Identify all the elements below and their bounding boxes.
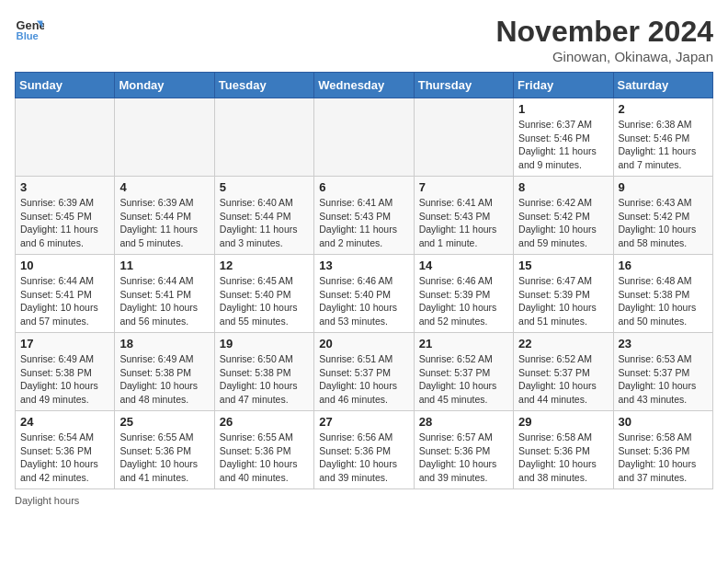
- day-info: Sunrise: 6:41 AM Sunset: 5:43 PM Dayligh…: [419, 196, 508, 250]
- calendar-cell: 15Sunrise: 6:47 AM Sunset: 5:39 PM Dayli…: [514, 255, 613, 333]
- day-number: 27: [319, 415, 408, 429]
- calendar-cell: 3Sunrise: 6:39 AM Sunset: 5:45 PM Daylig…: [16, 177, 115, 255]
- day-number: 19: [220, 337, 309, 350]
- calendar-cell: 27Sunrise: 6:56 AM Sunset: 5:36 PM Dayli…: [314, 411, 414, 489]
- calendar-cell: 19Sunrise: 6:50 AM Sunset: 5:38 PM Dayli…: [214, 333, 313, 411]
- calendar-cell: 24Sunrise: 6:54 AM Sunset: 5:36 PM Dayli…: [16, 411, 115, 489]
- calendar-cell: 22Sunrise: 6:52 AM Sunset: 5:37 PM Dayli…: [514, 333, 613, 411]
- calendar-cell: 2Sunrise: 6:38 AM Sunset: 5:46 PM Daylig…: [613, 98, 712, 177]
- day-info: Sunrise: 6:44 AM Sunset: 5:41 PM Dayligh…: [119, 274, 209, 328]
- day-info: Sunrise: 6:58 AM Sunset: 5:36 PM Dayligh…: [619, 431, 708, 485]
- day-number: 26: [220, 415, 309, 429]
- calendar-header-tuesday: Tuesday: [214, 73, 313, 98]
- day-number: 6: [319, 180, 408, 194]
- day-info: Sunrise: 6:49 AM Sunset: 5:38 PM Dayligh…: [20, 352, 109, 407]
- day-number: 2: [619, 102, 708, 116]
- day-info: Sunrise: 6:53 AM Sunset: 5:37 PM Dayligh…: [619, 352, 708, 407]
- day-number: 12: [220, 259, 309, 272]
- calendar-cell: 9Sunrise: 6:43 AM Sunset: 5:42 PM Daylig…: [613, 177, 712, 255]
- day-number: 4: [119, 180, 209, 194]
- day-info: Sunrise: 6:40 AM Sunset: 5:44 PM Dayligh…: [220, 196, 309, 250]
- day-number: 18: [119, 337, 209, 350]
- day-number: 24: [20, 415, 109, 429]
- calendar-cell: 4Sunrise: 6:39 AM Sunset: 5:44 PM Daylig…: [115, 177, 214, 255]
- calendar-cell: 7Sunrise: 6:41 AM Sunset: 5:43 PM Daylig…: [414, 177, 513, 255]
- day-info: Sunrise: 6:47 AM Sunset: 5:39 PM Dayligh…: [518, 274, 608, 328]
- day-number: 10: [20, 259, 109, 272]
- calendar-cell: 29Sunrise: 6:58 AM Sunset: 5:36 PM Dayli…: [514, 411, 613, 489]
- footer-note: Daylight hours: [15, 495, 713, 506]
- day-info: Sunrise: 6:58 AM Sunset: 5:36 PM Dayligh…: [518, 431, 608, 485]
- day-info: Sunrise: 6:55 AM Sunset: 5:36 PM Dayligh…: [220, 431, 309, 485]
- day-number: 9: [619, 180, 708, 194]
- day-info: Sunrise: 6:42 AM Sunset: 5:42 PM Dayligh…: [518, 196, 608, 250]
- day-number: 21: [419, 337, 508, 350]
- day-info: Sunrise: 6:48 AM Sunset: 5:38 PM Dayligh…: [619, 274, 708, 328]
- day-number: 20: [319, 337, 408, 350]
- day-info: Sunrise: 6:56 AM Sunset: 5:36 PM Dayligh…: [319, 431, 408, 485]
- svg-text:Blue: Blue: [17, 30, 39, 41]
- day-number: 14: [419, 259, 508, 272]
- calendar-cell: 23Sunrise: 6:53 AM Sunset: 5:37 PM Dayli…: [613, 333, 712, 411]
- calendar-header-saturday: Saturday: [613, 73, 712, 98]
- calendar-cell: 30Sunrise: 6:58 AM Sunset: 5:36 PM Dayli…: [613, 411, 712, 489]
- calendar-week-3: 17Sunrise: 6:49 AM Sunset: 5:38 PM Dayli…: [16, 333, 713, 411]
- page-header: General Blue November 2024 Ginowan, Okin…: [15, 15, 713, 64]
- calendar-cell: 26Sunrise: 6:55 AM Sunset: 5:36 PM Dayli…: [214, 411, 313, 489]
- calendar-cell: 11Sunrise: 6:44 AM Sunset: 5:41 PM Dayli…: [115, 255, 214, 333]
- day-info: Sunrise: 6:55 AM Sunset: 5:36 PM Dayligh…: [119, 431, 209, 485]
- day-info: Sunrise: 6:38 AM Sunset: 5:46 PM Dayligh…: [619, 118, 708, 172]
- calendar-cell: 6Sunrise: 6:41 AM Sunset: 5:43 PM Daylig…: [314, 177, 414, 255]
- title-block: November 2024 Ginowan, Okinawa, Japan: [495, 15, 713, 64]
- calendar-cell: 20Sunrise: 6:51 AM Sunset: 5:37 PM Dayli…: [314, 333, 414, 411]
- day-number: 7: [419, 180, 508, 194]
- calendar-header-wednesday: Wednesday: [314, 73, 414, 98]
- calendar-cell: 12Sunrise: 6:45 AM Sunset: 5:40 PM Dayli…: [214, 255, 313, 333]
- calendar-cell: 5Sunrise: 6:40 AM Sunset: 5:44 PM Daylig…: [214, 177, 313, 255]
- location: Ginowan, Okinawa, Japan: [495, 49, 713, 64]
- day-info: Sunrise: 6:57 AM Sunset: 5:36 PM Dayligh…: [419, 431, 508, 485]
- day-number: 17: [20, 337, 109, 350]
- calendar-header-monday: Monday: [115, 73, 214, 98]
- calendar-cell: 18Sunrise: 6:49 AM Sunset: 5:38 PM Dayli…: [115, 333, 214, 411]
- calendar-cell: 28Sunrise: 6:57 AM Sunset: 5:36 PM Dayli…: [414, 411, 513, 489]
- day-info: Sunrise: 6:54 AM Sunset: 5:36 PM Dayligh…: [20, 431, 109, 485]
- calendar-week-2: 10Sunrise: 6:44 AM Sunset: 5:41 PM Dayli…: [16, 255, 713, 333]
- calendar-cell: 25Sunrise: 6:55 AM Sunset: 5:36 PM Dayli…: [115, 411, 214, 489]
- calendar-cell: 14Sunrise: 6:46 AM Sunset: 5:39 PM Dayli…: [414, 255, 513, 333]
- calendar-cell: 13Sunrise: 6:46 AM Sunset: 5:40 PM Dayli…: [314, 255, 414, 333]
- day-info: Sunrise: 6:46 AM Sunset: 5:39 PM Dayligh…: [419, 274, 508, 328]
- calendar-header-thursday: Thursday: [414, 73, 513, 98]
- day-info: Sunrise: 6:52 AM Sunset: 5:37 PM Dayligh…: [518, 352, 608, 407]
- logo: General Blue: [15, 15, 44, 44]
- day-info: Sunrise: 6:43 AM Sunset: 5:42 PM Dayligh…: [619, 196, 708, 250]
- calendar-cell: [214, 98, 313, 177]
- calendar-table: SundayMondayTuesdayWednesdayThursdayFrid…: [15, 72, 713, 489]
- day-number: 15: [518, 259, 608, 272]
- logo-icon: General Blue: [15, 15, 44, 44]
- day-number: 11: [119, 259, 209, 272]
- calendar-header-row: SundayMondayTuesdayWednesdayThursdayFrid…: [16, 73, 713, 98]
- calendar-week-4: 24Sunrise: 6:54 AM Sunset: 5:36 PM Dayli…: [16, 411, 713, 489]
- calendar-cell: 21Sunrise: 6:52 AM Sunset: 5:37 PM Dayli…: [414, 333, 513, 411]
- calendar-cell: [414, 98, 513, 177]
- day-number: 23: [619, 337, 708, 350]
- day-info: Sunrise: 6:41 AM Sunset: 5:43 PM Dayligh…: [319, 196, 408, 250]
- calendar-cell: [314, 98, 414, 177]
- day-info: Sunrise: 6:39 AM Sunset: 5:45 PM Dayligh…: [20, 196, 109, 250]
- day-number: 29: [518, 415, 608, 429]
- calendar-cell: 17Sunrise: 6:49 AM Sunset: 5:38 PM Dayli…: [16, 333, 115, 411]
- calendar-cell: 8Sunrise: 6:42 AM Sunset: 5:42 PM Daylig…: [514, 177, 613, 255]
- day-number: 30: [619, 415, 708, 429]
- calendar-cell: 10Sunrise: 6:44 AM Sunset: 5:41 PM Dayli…: [16, 255, 115, 333]
- calendar-header-sunday: Sunday: [16, 73, 115, 98]
- calendar-cell: [115, 98, 214, 177]
- calendar-cell: 16Sunrise: 6:48 AM Sunset: 5:38 PM Dayli…: [613, 255, 712, 333]
- day-info: Sunrise: 6:46 AM Sunset: 5:40 PM Dayligh…: [319, 274, 408, 328]
- day-info: Sunrise: 6:44 AM Sunset: 5:41 PM Dayligh…: [20, 274, 109, 328]
- calendar-week-0: 1Sunrise: 6:37 AM Sunset: 5:46 PM Daylig…: [16, 98, 713, 177]
- day-info: Sunrise: 6:50 AM Sunset: 5:38 PM Dayligh…: [220, 352, 309, 407]
- day-number: 16: [619, 259, 708, 272]
- day-number: 5: [220, 180, 309, 194]
- day-info: Sunrise: 6:51 AM Sunset: 5:37 PM Dayligh…: [319, 352, 408, 407]
